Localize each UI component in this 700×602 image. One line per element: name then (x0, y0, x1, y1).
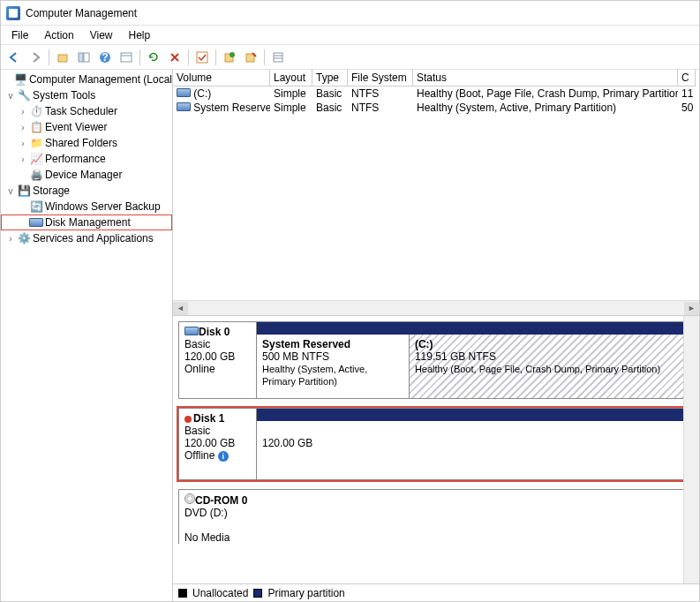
tree-disk-management[interactable]: Disk Management (1, 214, 172, 230)
tree-root[interactable]: 🖥️Computer Management (Local (1, 71, 172, 87)
up-button[interactable] (53, 48, 72, 67)
tree-shared-folders[interactable]: ›📁Shared Folders (1, 135, 172, 151)
tree-services-applications[interactable]: ›⚙️Services and Applications (1, 230, 172, 246)
disk-0-info: Disk 0 Basic 120.00 GB Online (179, 322, 257, 398)
legend-primary-label: Primary partition (267, 587, 344, 599)
svg-rect-5 (121, 53, 132, 62)
navigation-tree[interactable]: 🖥️Computer Management (Local v🔧System To… (1, 70, 173, 601)
window-title: Computer Management (26, 7, 137, 19)
offline-icon (184, 416, 192, 423)
svg-rect-1 (79, 53, 83, 62)
tree-windows-server-backup[interactable]: 🔄Windows Server Backup (1, 199, 172, 214)
col-volume[interactable]: Volume (173, 70, 270, 87)
partition-header-bar (257, 322, 693, 335)
drive-icon (177, 102, 191, 111)
tree-system-tools[interactable]: v🔧System Tools (1, 87, 172, 103)
toolbar-separator (215, 49, 216, 65)
toolbar: ? (1, 45, 699, 70)
col-capacity[interactable]: C (678, 70, 696, 87)
volume-row[interactable]: (C:) Simple Basic NTFS Healthy (Boot, Pa… (173, 87, 699, 101)
tree-task-scheduler[interactable]: ›⏱️Task Scheduler (1, 103, 172, 119)
tree-event-viewer[interactable]: ›📋Event Viewer (1, 119, 172, 135)
svg-rect-11 (274, 53, 282, 62)
title-bar: Computer Management (1, 1, 699, 26)
svg-rect-2 (84, 53, 89, 62)
svg-text:?: ? (102, 51, 108, 64)
volume-list-body[interactable] (173, 115, 699, 300)
info-icon[interactable]: i (218, 451, 229, 462)
menu-help[interactable]: Help (122, 27, 158, 43)
disk-graphical-view[interactable]: Disk 0 Basic 120.00 GB Online System Res… (173, 316, 699, 583)
toolbar-separator (139, 49, 140, 65)
toolbar-separator (264, 49, 265, 65)
show-hide-tree-button[interactable] (74, 48, 94, 67)
forward-button[interactable] (26, 48, 45, 67)
properties-button[interactable] (117, 48, 136, 67)
col-filesystem[interactable]: File System (348, 70, 413, 87)
back-button[interactable] (4, 48, 24, 67)
legend-unallocated-label: Unallocated (192, 587, 248, 599)
svg-rect-7 (197, 52, 207, 63)
volume-list-header: Volume Layout Type File System Status C (173, 70, 699, 87)
partition-header-bar (257, 409, 693, 421)
tree-device-manager[interactable]: 🖨️Device Manager (1, 167, 172, 183)
refresh-button[interactable] (144, 48, 163, 67)
toolbar-separator (188, 49, 189, 65)
legend-primary-swatch (253, 589, 262, 598)
volume-list: Volume Layout Type File System Status C … (173, 70, 699, 316)
legend-unallocated-swatch (178, 589, 187, 598)
svg-rect-0 (58, 55, 67, 62)
cd-rom-info: CD-ROM 0 DVD (D:) No Media (179, 490, 257, 544)
tree-performance[interactable]: ›📈Performance (1, 151, 172, 167)
tree-storage[interactable]: v💾Storage (1, 183, 172, 199)
disk-icon (184, 327, 199, 335)
svg-point-9 (230, 52, 235, 57)
legend: Unallocated Primary partition (173, 583, 699, 601)
cd-icon (184, 493, 195, 504)
col-type[interactable]: Type (312, 70, 348, 87)
partition-unallocated[interactable]: 120.00 GB (257, 421, 693, 479)
menu-action[interactable]: Action (37, 27, 80, 43)
horizontal-scrollbar[interactable]: ◄► (173, 300, 699, 315)
new-button[interactable] (220, 48, 239, 67)
menu-view[interactable]: View (83, 27, 120, 43)
list-button[interactable] (268, 48, 288, 67)
disk-1-info: Disk 1 Basic 120.00 GB Offline i (179, 409, 257, 479)
svg-rect-10 (246, 54, 254, 62)
delete-button[interactable] (165, 48, 184, 67)
disk-0[interactable]: Disk 0 Basic 120.00 GB Online System Res… (178, 321, 694, 399)
disk-1[interactable]: Disk 1 Basic 120.00 GB Offline i 120.00 … (178, 408, 694, 480)
col-status[interactable]: Status (413, 70, 678, 87)
action-button[interactable] (241, 48, 260, 67)
toolbar-separator (49, 49, 49, 65)
menu-bar: File Action View Help (1, 26, 699, 45)
partition-system-reserved[interactable]: System Reserved 500 MB NTFS Healthy (Sys… (257, 335, 410, 398)
partition-c[interactable]: (C:) 119.51 GB NTFS Healthy (Boot, Page … (410, 335, 693, 398)
help-button[interactable]: ? (95, 48, 115, 67)
volume-row[interactable]: System Reserved Simple Basic NTFS Health… (173, 101, 699, 115)
check-button[interactable] (192, 48, 212, 67)
cd-rom-0[interactable]: CD-ROM 0 DVD (D:) No Media (178, 489, 694, 544)
col-layout[interactable]: Layout (270, 70, 312, 87)
app-icon (6, 6, 20, 20)
drive-icon (177, 88, 191, 97)
menu-file[interactable]: File (4, 27, 35, 43)
